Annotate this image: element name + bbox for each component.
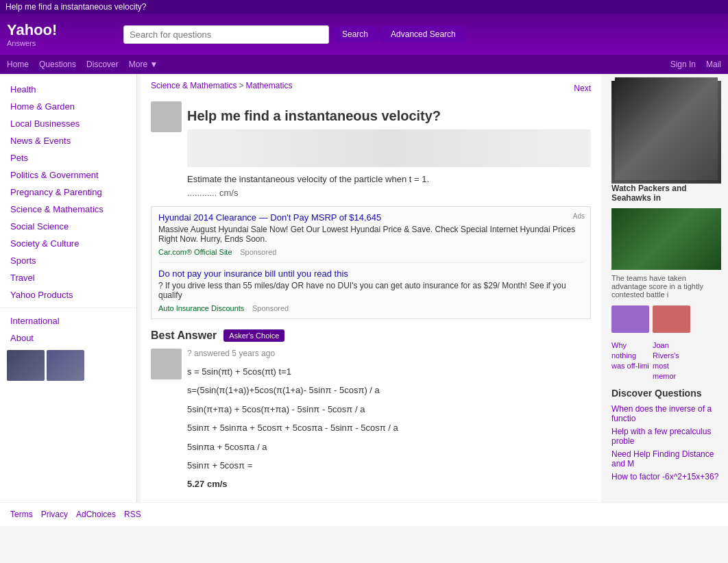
- battle-img: [611, 208, 721, 270]
- discover-q-1[interactable]: Help with a few precalculus proble: [611, 427, 721, 446]
- ads-box: Ads Hyundai 2014 Clearance — Don't Pay M…: [151, 206, 591, 319]
- askers-choice-badge: Asker's Choice: [223, 329, 284, 342]
- nav-bar: Home Questions Discover More ▼ Sign In M…: [0, 55, 728, 74]
- sidebar-item-yahoo-products[interactable]: Yahoo Products: [0, 286, 136, 303]
- content-area: Science & Mathematics > Mathematics Next…: [141, 74, 601, 502]
- sidebar-item-politics-government[interactable]: Politics & Government: [0, 166, 136, 184]
- ads-label: Ads: [573, 212, 585, 220]
- ad-2: Do not pay your insurance bill until you…: [158, 268, 583, 313]
- question-title: Help me find a instantaneous velocity?: [187, 108, 591, 124]
- discover-questions-title: Discover Questions: [611, 388, 721, 399]
- ad-1: Hyundai 2014 Clearance — Don't Pay MSRP …: [158, 212, 583, 257]
- search-input[interactable]: [123, 25, 329, 44]
- ad-1-sponsored: Sponsored: [240, 248, 276, 256]
- logo-text: Yahoo!: [7, 21, 57, 39]
- best-answer-label: Best Answer: [151, 329, 217, 342]
- question-header-row: Help me find a instantaneous velocity? E…: [151, 101, 591, 206]
- ad-1-source: Car.com® Official Site: [158, 248, 232, 256]
- next-link[interactable]: Next: [574, 84, 591, 93]
- ad-1-title[interactable]: Hyundai 2014 Clearance — Don't Pay MSRP …: [158, 212, 583, 223]
- sidebar-item-local-businesses[interactable]: Local Businesses: [0, 115, 136, 132]
- advanced-search-button[interactable]: Advanced Search: [381, 26, 465, 42]
- answer-meta: ? answered 5 years ago: [187, 349, 398, 358]
- discover-q-0[interactable]: When does the inverse of a functio: [611, 404, 721, 423]
- sidebar: Health Home & Garden Local Businesses Ne…: [0, 74, 137, 502]
- sidebar-item-society-culture[interactable]: Society & Culture: [0, 235, 136, 252]
- footer-rss[interactable]: RSS: [124, 510, 141, 519]
- answer-avatar: [151, 349, 182, 379]
- logo-sub: Answers: [7, 39, 57, 47]
- answer-line-5: 5sinπ + 5cosπ =: [187, 458, 398, 473]
- nav-discover[interactable]: Discover: [86, 60, 119, 69]
- question-avatar: [151, 101, 182, 132]
- nav-home[interactable]: Home: [7, 60, 29, 69]
- sidebar-item-sports[interactable]: Sports: [0, 252, 136, 269]
- question-text: Estimate the instantaneous velocity of t…: [187, 174, 591, 184]
- ad-2-sponsored: Sponsored: [252, 304, 289, 312]
- top-bar: Help me find a instantaneous velocity?: [0, 0, 728, 14]
- discover-q-3[interactable]: How to factor -6x^2+15x+36?: [611, 472, 721, 481]
- answer-line-3: 5sinπ + 5sinπa + 5cosπ + 5cosπa - 5sinπ …: [187, 420, 398, 436]
- main-wrapper: Health Home & Garden Local Businesses Ne…: [0, 74, 728, 502]
- nav-questions[interactable]: Questions: [39, 60, 76, 69]
- footer: Terms Privacy AdChoices RSS: [0, 502, 728, 526]
- ad-2-source: Auto Insurance Discounts: [158, 304, 244, 312]
- sidebar-item-health[interactable]: Health: [0, 81, 136, 98]
- discover-item-row: [611, 305, 721, 333]
- sidebar-item-social-science[interactable]: Social Science: [0, 218, 136, 235]
- footer-privacy[interactable]: Privacy: [41, 510, 68, 519]
- nav-more[interactable]: More ▼: [129, 60, 158, 69]
- battle-text: The teams have taken advantage score in …: [611, 274, 721, 299]
- discover-thumb-1: [611, 305, 649, 333]
- discover-thumb-2-label: Joan Rivers's most memor: [653, 341, 679, 380]
- discover-thumb-1-label: Why nothing was off-limi: [611, 341, 649, 370]
- ad-2-desc: ? If you drive less than 55 miles/day OR…: [158, 281, 583, 300]
- best-answer-header: Best Answer Asker's Choice: [151, 329, 591, 342]
- sidebar-item-science-mathematics[interactable]: Science & Mathematics: [0, 201, 136, 218]
- sidebar-item-pets[interactable]: Pets: [0, 149, 136, 166]
- ad-1-desc: Massive August Hyundai Sale Now! Get Our…: [158, 225, 583, 244]
- discover-q-2[interactable]: Need Help Finding Distance and M: [611, 449, 721, 468]
- sidebar-item-pregnancy-parenting[interactable]: Pregnancy & Parenting: [0, 184, 136, 201]
- answer-line-2: 5sin(π+πa) + 5cos(π+πa) - 5sinπ - 5cosπ …: [187, 401, 398, 417]
- nav-mail[interactable]: Mail: [706, 60, 721, 69]
- sidebar-item-about[interactable]: About: [0, 329, 136, 347]
- sidebar-item-home-garden[interactable]: Home & Garden: [0, 98, 136, 115]
- header: Yahoo! Answers Search Advanced Search: [0, 14, 728, 55]
- sidebar-thumbnail-2: [47, 350, 84, 381]
- nav-signin[interactable]: Sign In: [670, 60, 696, 69]
- answer-line-1: s=(5sin(π(1+a))+5cos(π(1+a)- 5sinπ - 5co…: [187, 382, 398, 398]
- answer-row: ? answered 5 years ago s = 5sin(πt) + 5c…: [151, 349, 591, 495]
- watch-title: Watch Packers and Seahawks in: [611, 184, 721, 203]
- answer-line-6: 5.27 cm/s: [187, 476, 398, 492]
- footer-adchoices[interactable]: AdChoices: [76, 510, 116, 519]
- ad-2-title[interactable]: Do not pay your insurance bill until you…: [158, 268, 583, 279]
- right-promo-img: [611, 81, 721, 184]
- answer-line-4: 5sinπa + 5cosπa / a: [187, 439, 398, 455]
- breadcrumb-subcategory[interactable]: Mathematics: [245, 81, 292, 90]
- question-body-blur: [187, 129, 591, 167]
- breadcrumb: Science & Mathematics > Mathematics: [151, 81, 292, 90]
- right-sidebar: Watch Packers and Seahawks in The teams …: [605, 74, 728, 502]
- logo-area: Yahoo! Answers: [7, 21, 117, 47]
- discover-thumb-2: [653, 305, 690, 333]
- answer-line-0: s = 5sin(πt) + 5cos(πt) t=1: [187, 364, 398, 379]
- sidebar-item-news-events[interactable]: News & Events: [0, 132, 136, 149]
- sidebar-item-international[interactable]: International: [0, 312, 136, 329]
- best-answer-section: Best Answer Asker's Choice ? answered 5 …: [151, 329, 591, 495]
- search-bar: Search Advanced Search: [123, 25, 721, 44]
- sidebar-item-travel[interactable]: Travel: [0, 269, 136, 286]
- search-button[interactable]: Search: [332, 26, 378, 42]
- top-bar-text: Help me find a instantaneous velocity?: [5, 2, 146, 12]
- answer-body: s = 5sin(πt) + 5cos(πt) t=1 s=(5sin(π(1+…: [187, 364, 398, 492]
- footer-terms[interactable]: Terms: [10, 510, 33, 519]
- breadcrumb-category[interactable]: Science & Mathematics: [151, 81, 236, 90]
- sidebar-thumbnail-1: [7, 350, 45, 381]
- question-dots: ............ cm/s: [187, 188, 591, 198]
